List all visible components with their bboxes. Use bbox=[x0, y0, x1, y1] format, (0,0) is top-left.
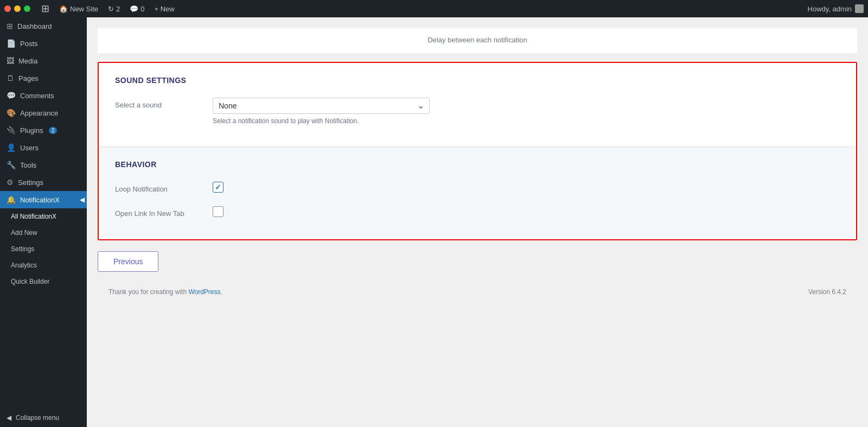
posts-icon: 📄 bbox=[7, 39, 16, 48]
tools-icon: 🔧 bbox=[7, 161, 16, 169]
minimize-button[interactable] bbox=[14, 5, 21, 12]
admin-bar-updates[interactable]: ↻ 2 bbox=[104, 0, 124, 17]
sidebar-label-posts: Posts bbox=[20, 40, 38, 48]
howdy-text: Howdy, admin bbox=[808, 5, 852, 13]
maximize-button[interactable] bbox=[24, 5, 30, 12]
sound-settings-title: SOUND SETTINGS bbox=[115, 76, 840, 85]
new-label: + New bbox=[155, 5, 175, 13]
loop-notification-checkbox-wrapper bbox=[213, 182, 224, 193]
sidebar-subitem-all-notificationx[interactable]: All NotificationX bbox=[0, 208, 87, 225]
sidebar-label-notificationx: NotificationX bbox=[20, 196, 60, 204]
sound-settings-section: SOUND SETTINGS Select a sound None Beep … bbox=[99, 63, 856, 146]
footer-left: Thank you for creating with WordPress. bbox=[108, 288, 222, 296]
plugins-badge: 2 bbox=[49, 127, 58, 134]
settings-card: SOUND SETTINGS Select a sound None Beep … bbox=[98, 62, 857, 240]
update-count: 2 bbox=[116, 5, 120, 13]
footer-version: Version 6.4.2 bbox=[808, 288, 846, 296]
sidebar-sublabel-analytics: Analytics bbox=[11, 262, 37, 269]
sidebar-item-plugins[interactable]: 🔌 Plugins 2 bbox=[0, 122, 87, 139]
sidebar-item-comments[interactable]: 💬 Comments bbox=[0, 87, 87, 104]
button-row: Previous bbox=[98, 251, 857, 272]
sound-select-wrapper: None Beep Chime Alert bbox=[213, 98, 430, 114]
loop-notification-row: Loop Notification bbox=[115, 182, 840, 193]
plugins-icon: 🔌 bbox=[7, 126, 16, 135]
delay-section: Delay between each notification bbox=[98, 28, 857, 53]
open-link-checkbox-wrapper bbox=[213, 206, 224, 217]
comment-icon: 💬 bbox=[130, 5, 138, 13]
admin-bar-comments[interactable]: 💬 0 bbox=[125, 0, 149, 17]
collapse-label: Collapse menu bbox=[16, 414, 59, 422]
behavior-title: BEHAVIOR bbox=[115, 160, 840, 169]
sidebar-sublabel-quick-builder: Quick Builder bbox=[11, 278, 49, 285]
footer-thank-you: Thank you for creating with bbox=[108, 288, 188, 296]
delay-label: Delay between each notification bbox=[427, 36, 527, 44]
sidebar-item-notificationx[interactable]: 🔔 NotificationX ◀ bbox=[0, 191, 87, 208]
sidebar-item-tools[interactable]: 🔧 Tools bbox=[0, 156, 87, 174]
sidebar-item-appearance[interactable]: 🎨 Appearance bbox=[0, 104, 87, 122]
sidebar-item-posts[interactable]: 📄 Posts bbox=[0, 35, 87, 52]
comment-count: 0 bbox=[141, 5, 144, 13]
open-link-row: Open Link In New Tab bbox=[115, 206, 840, 218]
sound-select[interactable]: None Beep Chime Alert bbox=[213, 98, 430, 114]
open-link-checkbox[interactable] bbox=[213, 206, 224, 217]
select-sound-label: Select a sound bbox=[115, 98, 202, 109]
appearance-icon: 🎨 bbox=[7, 109, 16, 117]
notificationx-icon: 🔔 bbox=[7, 195, 16, 204]
sidebar-label-plugins: Plugins bbox=[20, 126, 43, 135]
sidebar-item-media[interactable]: 🖼 Media bbox=[0, 52, 87, 69]
sidebar-subitem-analytics[interactable]: Analytics bbox=[0, 257, 87, 273]
sidebar-sublabel-settings: Settings bbox=[11, 245, 34, 253]
sidebar-label-media: Media bbox=[18, 57, 37, 65]
update-icon: ↻ bbox=[108, 5, 114, 13]
sidebar-item-settings[interactable]: ⚙ Settings bbox=[0, 174, 87, 191]
media-icon: 🖼 bbox=[7, 56, 14, 65]
sidebar-label-pages: Pages bbox=[18, 74, 39, 82]
close-button[interactable] bbox=[4, 5, 11, 12]
admin-bar-right: Howdy, admin bbox=[808, 4, 864, 13]
loop-notification-label: Loop Notification bbox=[115, 182, 202, 193]
sidebar-subitem-quick-builder[interactable]: Quick Builder bbox=[0, 273, 87, 290]
sound-hint: Select a notification sound to play with… bbox=[213, 117, 840, 125]
collapse-menu[interactable]: ◀ Collapse menu bbox=[0, 409, 87, 427]
sidebar-item-pages[interactable]: 🗒 Pages bbox=[0, 69, 87, 87]
sidebar-label-appearance: Appearance bbox=[20, 109, 58, 117]
admin-bar: ⊞ 🏠 New Site ↻ 2 💬 0 + New Howdy, admin bbox=[0, 0, 868, 17]
wp-logo-icon: ⊞ bbox=[41, 3, 49, 15]
behavior-section: BEHAVIOR Loop Notification Open Link In … bbox=[99, 147, 856, 239]
main-content: Delay between each notification SOUND SE… bbox=[87, 17, 868, 427]
users-icon: 👤 bbox=[7, 143, 16, 152]
footer-wp-link[interactable]: WordPress bbox=[188, 288, 220, 296]
sidebar-sublabel-add-new: Add New bbox=[11, 229, 37, 237]
sidebar-subitem-add-new[interactable]: Add New bbox=[0, 225, 87, 241]
sidebar-label-users: Users bbox=[20, 144, 39, 152]
admin-bar-site[interactable]: 🏠 New Site bbox=[55, 0, 103, 17]
admin-bar-new[interactable]: + New bbox=[150, 0, 179, 17]
sidebar: ⊞ Dashboard 📄 Posts 🖼 Media 🗒 Pages 💬 Co… bbox=[0, 17, 87, 427]
sidebar-label-dashboard: Dashboard bbox=[17, 22, 52, 30]
admin-bar-items: ⊞ 🏠 New Site ↻ 2 💬 0 + New bbox=[37, 0, 806, 17]
avatar bbox=[855, 4, 864, 13]
sidebar-item-users[interactable]: 👤 Users bbox=[0, 139, 87, 156]
traffic-lights bbox=[4, 5, 30, 12]
home-icon: 🏠 bbox=[59, 5, 68, 13]
footer-wp-text: WordPress bbox=[188, 288, 220, 296]
pages-icon: 🗒 bbox=[7, 74, 14, 82]
sidebar-label-tools: Tools bbox=[20, 161, 36, 169]
footer: Thank you for creating with WordPress. V… bbox=[98, 283, 857, 301]
sidebar-label-comments: Comments bbox=[20, 92, 54, 100]
sidebar-label-settings: Settings bbox=[18, 179, 43, 187]
sidebar-sublabel-all-notificationx: All NotificationX bbox=[11, 213, 56, 220]
open-link-label: Open Link In New Tab bbox=[115, 206, 202, 218]
dashboard-icon: ⊞ bbox=[7, 22, 13, 30]
sidebar-subitem-settings[interactable]: Settings bbox=[0, 241, 87, 257]
comments-icon: 💬 bbox=[7, 91, 16, 100]
select-sound-wrap: None Beep Chime Alert Select a notificat… bbox=[213, 98, 840, 125]
wp-logo-link[interactable]: ⊞ bbox=[37, 0, 54, 17]
collapse-arrow-icon: ◀ bbox=[80, 196, 85, 203]
sidebar-item-dashboard[interactable]: ⊞ Dashboard bbox=[0, 17, 87, 35]
select-sound-row: Select a sound None Beep Chime Alert Sel… bbox=[115, 98, 840, 125]
previous-button[interactable]: Previous bbox=[98, 251, 158, 272]
site-name: New Site bbox=[70, 5, 98, 13]
settings-icon: ⚙ bbox=[7, 178, 14, 187]
loop-notification-checkbox[interactable] bbox=[213, 182, 224, 193]
